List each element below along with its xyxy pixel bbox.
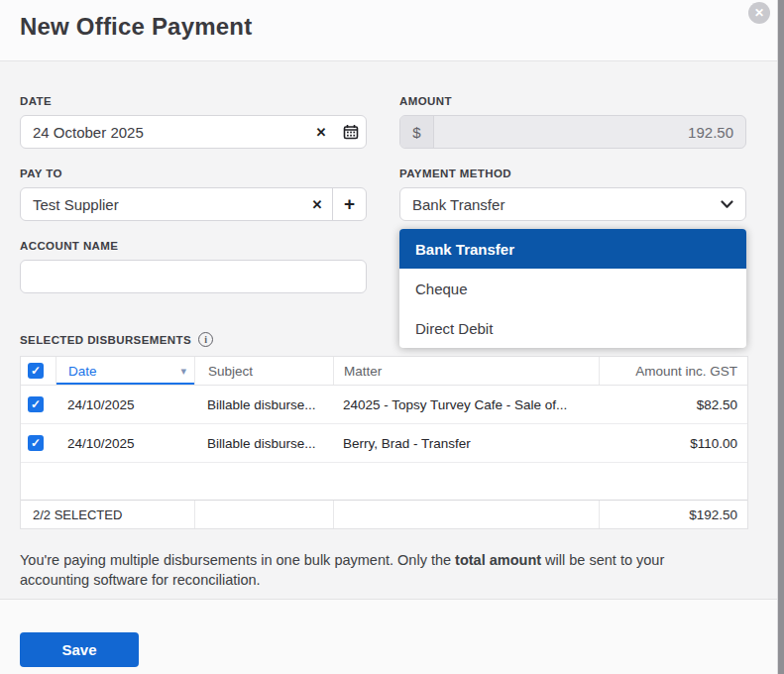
- page-title: New Office Payment: [20, 13, 252, 41]
- plus-icon: +: [344, 193, 355, 215]
- pay-to-label: PAY TO: [20, 168, 367, 179]
- payment-method-label: PAYMENT METHOD: [399, 168, 746, 179]
- column-header-matter[interactable]: Matter: [333, 357, 599, 385]
- date-calendar-button[interactable]: [336, 116, 366, 148]
- pay-to-clear-button[interactable]: ✕: [302, 188, 332, 220]
- payment-method-field-group: PAYMENT METHOD Bank Transfer Bank Transf…: [399, 168, 746, 221]
- disbursements-table: ✓ Date ▾ Subject Matter Amount inc. GST: [20, 356, 748, 529]
- amount-input-disabled: $ 192.50: [399, 115, 746, 149]
- note-bold-text: total amount: [455, 552, 541, 568]
- cell-date: 24/10/2025: [56, 424, 194, 462]
- account-name-label: ACCOUNT NAME: [20, 240, 367, 252]
- row-checkbox-cell: ✓: [21, 386, 56, 423]
- row-checkbox[interactable]: ✓: [28, 396, 44, 412]
- close-icon: ✕: [754, 6, 764, 20]
- cell-subject: Billable disburse...: [194, 424, 333, 462]
- check-icon: ✓: [31, 398, 41, 410]
- window-scrollbar[interactable]: [777, 0, 784, 674]
- new-office-payment-dialog: New Office Payment ✕ DATE ✕: [0, 0, 784, 674]
- pay-to-field-group: PAY TO ✕ +: [20, 168, 367, 221]
- payment-method-dropdown: Bank Transfer Cheque Direct Debit: [399, 229, 746, 348]
- table-row[interactable]: ✓ 24/10/2025 Billable disburse... 24025 …: [21, 386, 747, 424]
- check-icon: ✓: [31, 365, 41, 377]
- account-name-field-group: ACCOUNT NAME: [20, 240, 367, 293]
- close-button[interactable]: ✕: [748, 2, 770, 24]
- cell-matter: 24025 - Topsy Turvey Cafe - Sale of...: [333, 386, 599, 423]
- footer-empty-cell: [333, 501, 599, 528]
- pay-to-input[interactable]: [21, 196, 302, 213]
- cell-subject: Billable disburse...: [194, 386, 333, 423]
- cell-amount: $110.00: [599, 424, 747, 462]
- dialog-footer: Save: [0, 599, 784, 674]
- selected-count: 2/2 SELECTED: [21, 507, 194, 522]
- amount-label: AMOUNT: [399, 95, 746, 107]
- currency-prefix: $: [400, 116, 434, 148]
- option-cheque[interactable]: Cheque: [399, 269, 746, 308]
- payment-method-select[interactable]: Bank Transfer: [399, 187, 746, 221]
- check-icon: ✓: [31, 437, 41, 449]
- date-label: DATE: [20, 95, 367, 107]
- calendar-icon: [343, 124, 359, 140]
- chevron-down-icon: [721, 200, 733, 209]
- date-field-group: DATE ✕: [20, 95, 367, 149]
- add-supplier-button[interactable]: +: [332, 188, 366, 220]
- table-row[interactable]: ✓ 24/10/2025 Billable disburse... Berry,…: [21, 424, 747, 463]
- dialog-body: DATE ✕: [0, 61, 784, 599]
- header-checkbox-cell: ✓: [21, 357, 56, 385]
- cell-date: 24/10/2025: [56, 386, 194, 423]
- date-clear-button[interactable]: ✕: [306, 116, 336, 148]
- clear-icon: ✕: [316, 125, 327, 140]
- payment-method-value: Bank Transfer: [412, 196, 504, 213]
- dialog-header: New Office Payment ✕: [0, 0, 784, 61]
- selected-disbursements-label: SELECTED DISBURSEMENTS: [20, 334, 191, 346]
- right-column: AMOUNT $ 192.50 PAYMENT METHOD Bank Tran…: [399, 95, 746, 312]
- column-header-subject[interactable]: Subject: [194, 357, 333, 385]
- bulk-payment-note: You're paying multiple disbursements in …: [20, 550, 714, 590]
- table-footer-row: 2/2 SELECTED $192.50: [21, 500, 747, 528]
- sort-desc-icon: ▾: [180, 365, 186, 378]
- row-checkbox-cell: ✓: [21, 424, 56, 462]
- row-checkbox[interactable]: ✓: [28, 435, 44, 451]
- cell-amount: $82.50: [599, 386, 747, 423]
- date-input-wrap: ✕: [20, 115, 367, 149]
- footer-empty-cell: [194, 501, 333, 528]
- account-name-input-wrap: [20, 260, 367, 293]
- option-direct-debit[interactable]: Direct Debit: [399, 308, 746, 348]
- select-all-checkbox[interactable]: ✓: [28, 363, 44, 379]
- date-input[interactable]: [21, 124, 306, 141]
- amount-field-group: AMOUNT $ 192.50: [399, 95, 746, 149]
- left-column: DATE ✕: [20, 95, 367, 312]
- table-header-row: ✓ Date ▾ Subject Matter Amount inc. GST: [21, 357, 747, 386]
- cell-matter: Berry, Brad - Transfer: [333, 424, 599, 462]
- pay-to-input-wrap: ✕ +: [20, 187, 367, 221]
- total-amount: $192.50: [599, 501, 747, 528]
- info-icon[interactable]: i: [198, 332, 213, 347]
- table-empty-row: [21, 463, 747, 500]
- column-header-amount[interactable]: Amount inc. GST: [599, 357, 747, 385]
- save-button[interactable]: Save: [20, 632, 139, 667]
- amount-value: 192.50: [434, 116, 745, 148]
- option-bank-transfer[interactable]: Bank Transfer: [399, 229, 746, 269]
- column-header-date[interactable]: Date ▾: [56, 357, 194, 385]
- account-name-input[interactable]: [21, 269, 366, 285]
- clear-icon: ✕: [312, 197, 323, 212]
